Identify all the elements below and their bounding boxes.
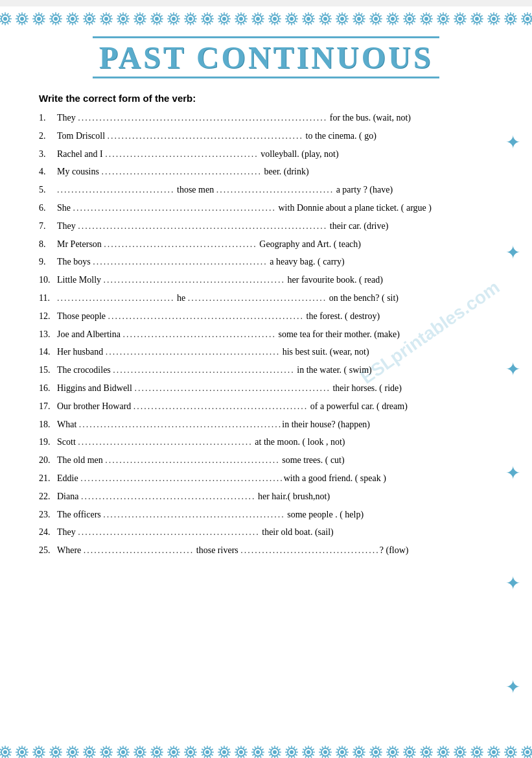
svg-line-203	[235, 21, 237, 23]
svg-line-664	[255, 756, 256, 758]
border-star	[419, 12, 434, 26]
svg-line-581	[151, 755, 153, 756]
svg-line-583	[151, 749, 153, 750]
svg-line-706	[305, 756, 306, 758]
title-area: PAST CONTINUOUS	[0, 31, 532, 81]
svg-line-17	[26, 21, 28, 23]
svg-line-213	[262, 21, 264, 23]
ex-dots-1: ........................................…	[113, 362, 295, 378]
svg-point-575	[155, 750, 159, 754]
svg-line-335	[397, 16, 399, 17]
svg-line-723	[319, 749, 321, 750]
border-star	[284, 745, 299, 758]
svg-line-620	[209, 756, 211, 758]
svg-line-209	[245, 16, 247, 17]
ex-number: 8.	[39, 237, 57, 252]
svg-line-135	[151, 16, 153, 17]
svg-line-244	[288, 23, 290, 25]
svg-line-202	[238, 23, 239, 25]
svg-line-556	[120, 746, 121, 748]
svg-line-538	[103, 756, 104, 758]
ex-number: 16.	[39, 381, 57, 396]
svg-line-108	[120, 13, 121, 15]
svg-line-217	[252, 21, 254, 23]
svg-line-317	[370, 16, 372, 17]
svg-point-659	[256, 750, 260, 754]
svg-line-174	[204, 23, 205, 25]
svg-line-87	[110, 21, 112, 23]
svg-line-768	[378, 746, 379, 748]
svg-line-388	[457, 13, 458, 15]
svg-line-864	[491, 746, 492, 748]
border-star	[167, 745, 181, 758]
border-star	[520, 745, 533, 758]
svg-point-323	[391, 17, 395, 21]
svg-line-331	[387, 16, 389, 17]
ex-content: The boys ...............................…	[57, 254, 493, 270]
svg-point-253	[306, 17, 310, 21]
ex-dots-1: ........................................…	[134, 381, 330, 396]
exercise-item: 13.Joe and Albertina ...................…	[39, 327, 493, 342]
svg-line-605	[194, 755, 196, 756]
svg-line-530	[91, 746, 93, 748]
svg-line-863	[488, 749, 490, 750]
svg-line-746	[361, 756, 362, 758]
ex-dots-1: ........................................…	[104, 237, 257, 252]
ex-dots-1: ........................................…	[106, 344, 281, 360]
ex-dots-1: .................................	[57, 182, 175, 198]
svg-point-113	[138, 17, 142, 21]
svg-line-787	[413, 755, 415, 756]
svg-line-191	[218, 16, 220, 17]
svg-line-647	[245, 755, 247, 756]
ex-before: Mr Peterson	[57, 239, 104, 249]
border-star	[133, 745, 147, 758]
svg-line-874	[507, 756, 509, 758]
svg-line-119	[134, 21, 136, 23]
svg-line-892	[524, 746, 526, 748]
svg-line-878	[507, 746, 509, 748]
svg-line-49	[50, 21, 52, 23]
svg-line-161	[185, 21, 187, 23]
svg-line-321	[380, 16, 382, 17]
svg-line-139	[161, 16, 163, 17]
svg-line-385	[454, 21, 456, 23]
svg-line-569	[134, 749, 136, 750]
svg-line-586	[159, 746, 160, 748]
svg-line-101	[127, 21, 129, 23]
svg-line-367	[447, 21, 449, 23]
svg-line-850	[474, 746, 475, 748]
ex-content: ................................. those …	[57, 182, 493, 198]
svg-line-332	[389, 13, 391, 15]
border-star	[0, 745, 12, 758]
svg-line-328	[389, 23, 391, 25]
svg-line-494	[58, 756, 59, 758]
svg-line-429	[505, 16, 507, 17]
svg-line-517	[76, 749, 78, 750]
svg-line-608	[187, 756, 189, 758]
ex-content: Tom Driscoll ...........................…	[57, 128, 493, 144]
svg-line-844	[479, 756, 480, 758]
svg-line-122	[137, 13, 138, 15]
border-star	[15, 12, 29, 26]
svg-line-278	[327, 13, 329, 15]
svg-line-34	[36, 23, 37, 25]
svg-line-724	[322, 746, 323, 748]
svg-line-707	[303, 755, 305, 756]
instruction: Write the correct form of the verb:	[39, 93, 493, 104]
ex-after: their old boat. (sail)	[260, 527, 334, 537]
svg-line-46	[58, 23, 59, 25]
ex-after: of a powerful car. ( dream)	[308, 401, 408, 411]
svg-line-412	[491, 23, 492, 25]
svg-line-80	[86, 13, 87, 15]
svg-line-698	[294, 746, 295, 748]
svg-line-496	[52, 756, 54, 758]
svg-line-118	[137, 23, 138, 25]
ex-content: Joe and Albertina ......................…	[57, 327, 493, 342]
svg-line-180	[209, 13, 211, 15]
svg-line-401	[471, 16, 473, 17]
svg-line-852	[479, 746, 480, 748]
svg-line-619	[211, 755, 213, 756]
svg-line-802	[428, 756, 430, 758]
svg-line-374	[440, 13, 441, 15]
svg-point-491	[54, 750, 58, 754]
